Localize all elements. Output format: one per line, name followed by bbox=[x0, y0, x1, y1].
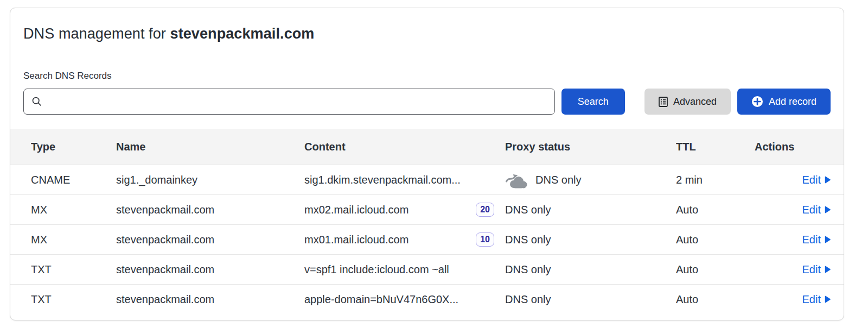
right-triangle-icon bbox=[825, 176, 831, 184]
edit-record-button[interactable]: Edit bbox=[802, 293, 831, 306]
search-button[interactable]: Search bbox=[561, 89, 625, 115]
record-ttl: Auto bbox=[676, 263, 755, 276]
page-title: DNS management for stevenpackmail.com bbox=[23, 26, 831, 42]
record-name: stevenpackmail.com bbox=[116, 263, 304, 276]
record-proxy-status: DNS only bbox=[505, 234, 676, 246]
record-content-text: mx01.mail.icloud.com bbox=[304, 234, 409, 246]
record-content: mx02.mail.icloud.com 20 bbox=[304, 203, 505, 217]
table-row: TXT stevenpackmail.com apple-domain=bNuV… bbox=[10, 284, 844, 314]
record-type: TXT bbox=[31, 263, 116, 276]
record-content-text: v=spf1 include:icloud.com ~all bbox=[304, 263, 449, 276]
record-content-text: apple-domain=bNuV47n6G0X... bbox=[304, 293, 458, 306]
edit-record-button[interactable]: Edit bbox=[802, 204, 831, 216]
table-row: TXT stevenpackmail.com v=spf1 include:ic… bbox=[10, 254, 844, 284]
record-type: MX bbox=[31, 234, 116, 246]
record-content: sig1.dkim.stevenpackmail.com... bbox=[304, 174, 505, 186]
column-header-content: Content bbox=[304, 141, 505, 153]
search-input[interactable] bbox=[48, 96, 547, 108]
right-triangle-icon bbox=[825, 206, 831, 213]
record-content: v=spf1 include:icloud.com ~all bbox=[304, 263, 505, 276]
record-content-text: mx02.mail.icloud.com bbox=[304, 204, 409, 216]
search-input-wrapper bbox=[23, 89, 555, 115]
search-toolbar: Search Advanced Add record bbox=[10, 89, 844, 115]
search-label: Search DNS Records bbox=[23, 71, 831, 81]
record-ttl: Auto bbox=[676, 293, 755, 306]
table-row: MX stevenpackmail.com mx01.mail.icloud.c… bbox=[10, 224, 844, 254]
edit-record-button[interactable]: Edit bbox=[802, 234, 831, 246]
record-proxy-status: DNS only bbox=[505, 171, 676, 188]
record-type: CNAME bbox=[31, 174, 116, 186]
edit-label: Edit bbox=[802, 234, 821, 246]
record-name: sig1._domainkey bbox=[116, 174, 304, 186]
proxy-status-text: DNS only bbox=[505, 263, 551, 276]
advanced-button[interactable]: Advanced bbox=[644, 89, 731, 115]
plus-circle-icon bbox=[751, 96, 763, 108]
page-title-prefix: DNS management for bbox=[23, 26, 170, 42]
dns-management-card: DNS management for stevenpackmail.com Se… bbox=[10, 8, 844, 320]
proxy-status-text: DNS only bbox=[505, 293, 551, 306]
proxy-status-text: DNS only bbox=[535, 174, 581, 186]
proxy-status-text: DNS only bbox=[505, 234, 551, 246]
record-ttl: Auto bbox=[676, 204, 755, 216]
record-type: MX bbox=[31, 204, 116, 216]
add-record-button[interactable]: Add record bbox=[737, 89, 831, 115]
record-type: TXT bbox=[31, 293, 116, 306]
list-document-icon bbox=[659, 97, 668, 107]
record-content-text: sig1.dkim.stevenpackmail.com... bbox=[304, 174, 461, 186]
table-header-row: Type Name Content Proxy status TTL Actio… bbox=[10, 129, 844, 165]
edit-label: Edit bbox=[802, 204, 821, 216]
edit-record-button[interactable]: Edit bbox=[802, 174, 831, 186]
add-record-button-label: Add record bbox=[769, 96, 816, 108]
proxy-status-text: DNS only bbox=[505, 204, 551, 216]
column-header-ttl: TTL bbox=[676, 141, 755, 153]
mx-priority-badge: 20 bbox=[476, 203, 494, 217]
record-ttl: Auto bbox=[676, 234, 755, 246]
gray-cloud-arrow-icon bbox=[505, 171, 529, 188]
right-triangle-icon bbox=[825, 236, 831, 243]
record-name: stevenpackmail.com bbox=[116, 293, 304, 306]
edit-label: Edit bbox=[802, 263, 821, 276]
record-name: stevenpackmail.com bbox=[116, 234, 304, 246]
record-proxy-status: DNS only bbox=[505, 293, 676, 306]
mx-priority-badge: 10 bbox=[476, 232, 494, 247]
table-row: MX stevenpackmail.com mx02.mail.icloud.c… bbox=[10, 194, 844, 224]
advanced-button-label: Advanced bbox=[673, 96, 717, 108]
table-row: CNAME sig1._domainkey sig1.dkim.stevenpa… bbox=[10, 165, 844, 194]
column-header-type: Type bbox=[31, 141, 116, 153]
record-proxy-status: DNS only bbox=[505, 263, 676, 276]
column-header-actions: Actions bbox=[755, 141, 844, 153]
dns-records-table: Type Name Content Proxy status TTL Actio… bbox=[10, 129, 844, 314]
page-title-domain: stevenpackmail.com bbox=[170, 26, 315, 42]
record-proxy-status: DNS only bbox=[505, 204, 676, 216]
record-content: apple-domain=bNuV47n6G0X... bbox=[304, 293, 505, 306]
edit-record-button[interactable]: Edit bbox=[802, 263, 831, 276]
record-content: mx01.mail.icloud.com 10 bbox=[304, 232, 505, 247]
record-name: stevenpackmail.com bbox=[116, 204, 304, 216]
column-header-proxy-status: Proxy status bbox=[505, 141, 676, 153]
column-header-name: Name bbox=[116, 141, 304, 153]
search-icon bbox=[31, 96, 42, 107]
edit-label: Edit bbox=[802, 293, 821, 306]
edit-label: Edit bbox=[802, 174, 821, 186]
record-ttl: 2 min bbox=[676, 174, 755, 186]
right-triangle-icon bbox=[825, 266, 831, 273]
right-triangle-icon bbox=[825, 295, 831, 303]
